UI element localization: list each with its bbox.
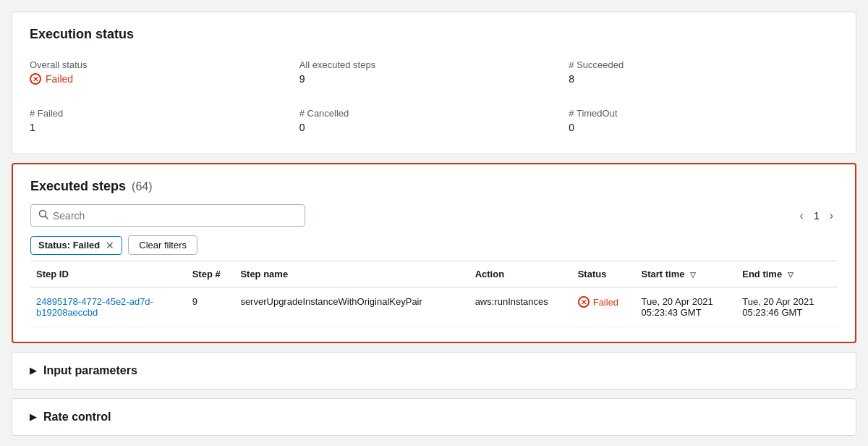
row-failed-text: Failed [593, 297, 618, 308]
steps-table: Step ID Step # Step name Action Status S… [30, 261, 838, 327]
executed-steps-count: (64) [132, 180, 152, 193]
col-header-status: Status [572, 261, 636, 287]
filter-chip-status: Status: Failed ✕ [30, 236, 122, 255]
execution-status-title: Execution status [30, 27, 838, 42]
end-time-sort-icon: ▽ [788, 271, 793, 279]
clear-filters-button[interactable]: Clear filters [128, 235, 197, 255]
col-header-step-name: Step name [234, 261, 469, 287]
pagination: ‹ 1 › [796, 206, 838, 225]
input-parameters-card: ▶ Input parameters [12, 352, 856, 390]
succeeded-label: # Succeeded [569, 59, 838, 70]
col-header-start-time: Start time ▽ [635, 261, 736, 287]
filter-chip-close-button[interactable]: ✕ [106, 240, 114, 251]
cell-step-id: 24895178-4772-45e2-ad7d-b19208aeccbd [30, 287, 187, 327]
failed-label: # Failed [30, 108, 299, 119]
input-parameters-arrow: ▶ [30, 366, 36, 376]
search-box[interactable] [30, 204, 305, 227]
col-header-step-id: Step ID [30, 261, 187, 287]
cell-action: aws:runInstances [469, 287, 572, 327]
rate-control-card: ▶ Rate control [12, 398, 856, 436]
table-header-row: Step ID Step # Step name Action Status S… [30, 261, 838, 287]
failed-value: 1 [30, 122, 299, 133]
row-status-failed: ✕ Failed [578, 296, 630, 308]
row-failed-icon: ✕ [578, 296, 590, 308]
search-icon [38, 209, 48, 222]
cell-step-num: 9 [187, 287, 235, 327]
table-row: 24895178-4772-45e2-ad7d-b19208aeccbd 9 s… [30, 287, 838, 327]
step-id-link[interactable]: 24895178-4772-45e2-ad7d-b19208aeccbd [36, 296, 153, 318]
cancelled-label: # Cancelled [299, 108, 569, 119]
executed-steps-card: Executed steps (64) ‹ 1 › Sta [12, 163, 856, 343]
status-cell-all-steps: All executed steps 9 [299, 54, 569, 91]
filter-row: Status: Failed ✕ Clear filters [30, 235, 838, 255]
col-header-action: Action [469, 261, 572, 287]
overall-status-text: Failed [46, 73, 73, 85]
overall-status-label: Overall status [30, 59, 299, 70]
input-parameters-title: Input parameters [43, 364, 137, 377]
page-number: 1 [814, 210, 820, 222]
filter-chip-label: Status: Failed [38, 240, 100, 251]
status-grid: Overall status ✕ Failed All executed ste… [30, 54, 838, 139]
all-steps-value: 9 [299, 73, 569, 85]
cell-step-name: serverUpgradeInstanceWithOriginalKeyPair [234, 287, 469, 327]
col-header-step-num: Step # [187, 261, 235, 287]
status-cell-failed: # Failed 1 [30, 102, 299, 139]
cell-status: ✕ Failed [572, 287, 636, 327]
cell-end-time: Tue, 20 Apr 202105:23:46 GMT [736, 287, 838, 327]
status-cell-cancelled: # Cancelled 0 [299, 102, 569, 139]
failed-icon: ✕ [30, 73, 41, 85]
next-page-button[interactable]: › [825, 206, 838, 225]
execution-status-card: Execution status Overall status ✕ Failed… [12, 12, 856, 154]
search-input[interactable] [53, 210, 297, 222]
succeeded-value: 8 [569, 73, 838, 85]
timedout-label: # TimedOut [569, 108, 838, 119]
status-cell-overall: Overall status ✕ Failed [30, 54, 299, 91]
prev-page-button[interactable]: ‹ [796, 206, 808, 225]
rate-control-arrow: ▶ [30, 412, 36, 422]
input-parameters-header[interactable]: ▶ Input parameters [30, 364, 838, 377]
col-header-end-time: End time ▽ [736, 261, 838, 287]
start-time-sort-icon: ▽ [690, 271, 696, 279]
search-filter-row: ‹ 1 › [30, 204, 838, 227]
executed-steps-title: Executed steps [30, 179, 126, 194]
status-cell-timedout: # TimedOut 0 [569, 102, 838, 139]
cell-start-time: Tue, 20 Apr 202105:23:43 GMT [635, 287, 736, 327]
rate-control-header[interactable]: ▶ Rate control [30, 411, 838, 424]
status-cell-succeeded: # Succeeded 8 [569, 54, 838, 91]
overall-status-value: ✕ Failed [30, 73, 299, 85]
timedout-value: 0 [569, 122, 838, 133]
svg-line-1 [46, 216, 48, 219]
cancelled-value: 0 [299, 122, 569, 133]
rate-control-title: Rate control [43, 411, 111, 424]
executed-steps-header: Executed steps (64) [30, 179, 838, 194]
all-steps-label: All executed steps [299, 59, 569, 70]
